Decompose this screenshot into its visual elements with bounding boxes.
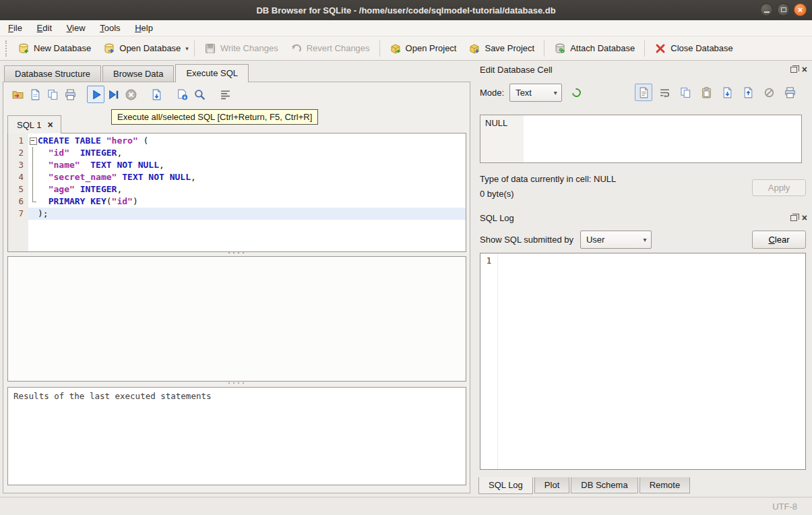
open-database-icon	[103, 42, 115, 55]
close-database-icon	[654, 42, 666, 55]
sql-editor-gutter: 1234567	[8, 133, 28, 251]
splitter-handle-results[interactable]: ····	[7, 382, 466, 386]
sql-log-dock-header: SQL Log ×	[473, 211, 812, 224]
south-tab-bar: SQL Log Plot DB Schema Remote	[478, 477, 691, 494]
print-sql-button[interactable]	[61, 86, 79, 103]
close-database-button[interactable]: Close Database	[648, 40, 739, 57]
fold-marker-icon	[28, 195, 38, 208]
open-database-button[interactable]: Open Database	[97, 40, 187, 57]
tab-plot[interactable]: Plot	[534, 477, 569, 493]
open-project-label: Open Project	[406, 43, 457, 53]
import-cell-icon	[721, 86, 734, 99]
text-mode-button[interactable]	[635, 84, 652, 101]
float-dock-icon[interactable]	[790, 67, 797, 73]
write-changes-label: Write Changes	[220, 43, 278, 53]
toolbar-separator	[544, 40, 544, 57]
results-grid[interactable]	[7, 256, 466, 382]
open-project-icon	[389, 42, 402, 55]
cell-editor[interactable]: NULL	[480, 115, 802, 163]
tab-remote[interactable]: Remote	[639, 477, 691, 493]
open-sql-file-button[interactable]	[9, 86, 26, 103]
word-wrap-icon	[658, 86, 671, 99]
save-results-button[interactable]	[148, 86, 165, 103]
new-database-button[interactable]: New Database	[11, 40, 97, 57]
results-placeholder: Results of the last executed statements	[13, 391, 212, 401]
execute-current-line-icon	[107, 88, 120, 101]
close-dock-icon[interactable]: ×	[802, 65, 807, 74]
stop-execution-button[interactable]	[122, 86, 139, 103]
window-title: DB Browser for SQLite - /home/user/code/…	[256, 5, 555, 16]
copy-cell-button[interactable]	[677, 84, 694, 101]
attach-database-icon	[554, 42, 566, 55]
save-sql-file-button[interactable]	[26, 86, 44, 103]
open-project-button[interactable]: Open Project	[383, 40, 463, 57]
export-cell-button[interactable]	[739, 84, 757, 101]
open-database-dropdown-icon[interactable]: ▾	[183, 42, 191, 55]
splitter-handle-editor[interactable]: ····	[7, 251, 466, 256]
execute-sql-pane: Execute all/selected SQL [Ctrl+Return, F…	[3, 82, 470, 493]
sql-log-area[interactable]: 1	[480, 253, 806, 470]
auto-update-icon	[570, 86, 582, 98]
find-replace-button[interactable]	[191, 86, 208, 103]
mode-select[interactable]: Text ▾	[509, 84, 562, 102]
float-dock-icon[interactable]	[790, 215, 797, 221]
save-project-label: Save Project	[485, 43, 534, 53]
close-dock-icon[interactable]: ×	[802, 213, 807, 222]
tab-db-schema[interactable]: DB Schema	[571, 477, 637, 493]
export-results-button[interactable]	[173, 86, 191, 103]
copy-cell-icon	[679, 86, 692, 99]
log-filter-label: Show SQL submitted by	[480, 235, 573, 245]
close-database-label: Close Database	[670, 43, 733, 53]
log-filter-select[interactable]: User ▾	[580, 231, 652, 249]
clear-button[interactable]: Clear	[752, 231, 806, 249]
save-sql-file-icon	[29, 88, 42, 101]
open-database-label: Open Database	[119, 43, 181, 53]
menu-file[interactable]: File	[2, 20, 28, 36]
revert-changes-button[interactable]: Revert Changes	[284, 40, 376, 57]
revert-changes-label: Revert Changes	[307, 43, 370, 53]
close-window-button[interactable]: ×	[794, 3, 807, 16]
results-log[interactable]: Results of the last executed statements	[7, 387, 466, 485]
set-null-button[interactable]	[760, 84, 778, 101]
menu-tools[interactable]: Tools	[94, 20, 126, 36]
fold-marker-icon[interactable]	[28, 135, 38, 147]
print-cell-button[interactable]	[781, 84, 799, 101]
tab-sql-log[interactable]: SQL Log	[478, 477, 533, 494]
paste-cell-button[interactable]	[697, 84, 715, 101]
sql-editor[interactable]: 1234567 CREATE TABLE "hero" ( "id" INTEG…	[7, 133, 466, 252]
execute-all-button[interactable]	[87, 86, 104, 103]
menu-view[interactable]: View	[61, 20, 92, 36]
sql-document-tab[interactable]: SQL 1 ×	[7, 115, 61, 133]
cell-value: NULL	[485, 118, 507, 128]
word-wrap-button[interactable]	[656, 84, 673, 101]
log-filter-row: Show SQL submitted by User ▾	[480, 231, 652, 249]
write-changes-button[interactable]: Write Changes	[198, 40, 284, 57]
auto-update-button[interactable]	[567, 84, 585, 101]
tab-browse-data[interactable]: Browse Data	[102, 65, 174, 82]
maximize-icon	[781, 7, 786, 12]
minimize-icon	[764, 11, 770, 13]
tab-execute-sql[interactable]: Execute SQL	[175, 64, 249, 82]
revert-changes-icon	[290, 42, 303, 55]
sql-toolbar	[9, 86, 234, 103]
paste-cell-icon	[700, 86, 713, 99]
maximize-button[interactable]	[777, 3, 790, 16]
import-cell-button[interactable]	[718, 84, 736, 101]
menu-edit[interactable]: Edit	[31, 20, 58, 36]
window-controls: ×	[760, 3, 807, 16]
execute-current-line-button[interactable]	[104, 86, 122, 103]
format-sql-button[interactable]	[216, 86, 234, 103]
attach-database-button[interactable]: Attach Database	[548, 40, 641, 57]
menu-help[interactable]: Help	[129, 20, 159, 36]
tab-database-structure[interactable]: Database Structure	[4, 65, 101, 82]
titlebar[interactable]: DB Browser for SQLite - /home/user/code/…	[0, 0, 812, 20]
toolbar-handle[interactable]	[5, 40, 8, 57]
mode-select-value: Text	[516, 88, 532, 98]
close-sql-tab-icon[interactable]: ×	[47, 120, 53, 129]
apply-button[interactable]: Apply	[752, 179, 806, 196]
main-toolbar: New Database Open Database ▾ Write Chang…	[0, 36, 812, 61]
print-cell-icon	[784, 86, 797, 99]
save-sql-as-button[interactable]	[44, 86, 61, 103]
minimize-button[interactable]	[760, 3, 773, 16]
save-project-button[interactable]: Save Project	[462, 40, 540, 57]
